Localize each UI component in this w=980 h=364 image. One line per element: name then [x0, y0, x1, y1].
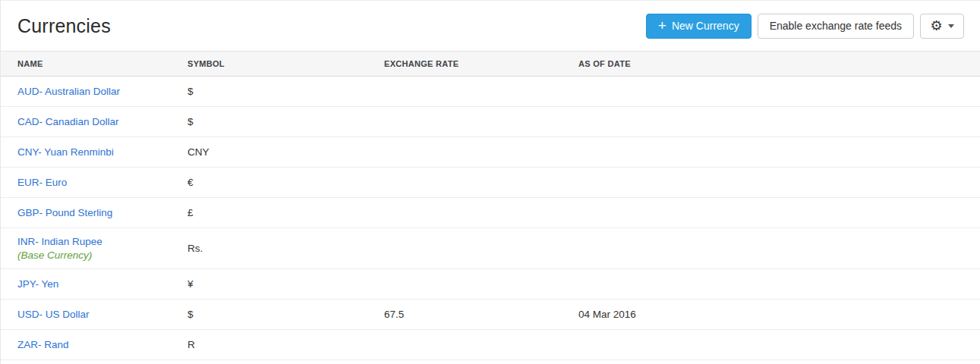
column-header-as-of-date: AS OF DATE	[578, 52, 980, 77]
exchange-rate	[384, 77, 578, 107]
base-currency-note: (Base Currency)	[17, 249, 187, 261]
currency-symbol: $	[187, 77, 384, 107]
column-header-name: NAME	[1, 52, 187, 77]
currency-name-link[interactable]: CNY- Yuan Renminbi	[17, 146, 114, 158]
table-header: NAME SYMBOL EXCHANGE RATE AS OF DATE	[1, 52, 980, 77]
new-currency-button-label: New Currency	[672, 20, 739, 32]
exchange-rate	[384, 137, 578, 168]
exchange-rate: 67.5	[384, 300, 578, 330]
as-of-date	[578, 330, 980, 360]
table-row: USD- US Dollar $ 67.5 04 Mar 2016	[1, 300, 980, 330]
currency-symbol: €	[187, 168, 384, 198]
currency-symbol: $	[187, 300, 384, 330]
currency-name-link[interactable]: USD- US Dollar	[17, 309, 90, 320]
table-row: AUD- Australian Dollar $	[1, 77, 980, 107]
currency-symbol: Rs.	[187, 228, 384, 269]
table-row: EUR- Euro €	[1, 168, 980, 198]
currency-name-link[interactable]: GBP- Pound Sterling	[17, 207, 112, 218]
as-of-date	[578, 228, 980, 269]
currency-symbol: CNY	[187, 137, 384, 168]
currency-name-link[interactable]: JPY- Yen	[17, 278, 58, 290]
currency-name-link[interactable]: AUD- Australian Dollar	[17, 86, 120, 97]
exchange-rate	[384, 168, 578, 198]
table-row-base-currency: INR- Indian Rupee(Base Currency) Rs.	[1, 228, 980, 269]
currency-name-link[interactable]: CAD- Canadian Dollar	[17, 116, 119, 127]
settings-dropdown-button[interactable]: ⚙	[920, 14, 964, 39]
toolbar: + New Currency Enable exchange rate feed…	[646, 14, 964, 39]
currency-symbol: $	[187, 107, 384, 137]
as-of-date	[578, 107, 980, 137]
currency-symbol: ¥	[187, 269, 384, 300]
currency-name-link[interactable]: EUR- Euro	[17, 177, 67, 188]
table-row: CAD- Canadian Dollar $	[1, 107, 980, 137]
as-of-date	[578, 168, 980, 198]
exchange-rate	[384, 107, 578, 137]
caret-down-icon	[948, 24, 954, 28]
table-row: JPY- Yen ¥	[1, 269, 980, 300]
plus-icon: +	[658, 18, 666, 33]
exchange-rate	[384, 228, 578, 269]
exchange-rate	[384, 330, 578, 360]
column-header-symbol: SYMBOL	[187, 52, 384, 77]
as-of-date	[578, 198, 980, 228]
as-of-date	[578, 77, 980, 107]
enable-exchange-rate-feeds-button[interactable]: Enable exchange rate feeds	[758, 14, 914, 39]
as-of-date	[578, 137, 980, 168]
new-currency-button[interactable]: + New Currency	[646, 14, 752, 39]
gear-icon: ⚙	[930, 19, 942, 33]
currency-name-link[interactable]: ZAR- Rand	[17, 339, 69, 350]
currency-name-link[interactable]: INR- Indian Rupee	[17, 236, 102, 247]
table-row: GBP- Pound Sterling £	[1, 198, 980, 228]
table-row: CNY- Yuan Renminbi CNY	[1, 137, 980, 168]
column-header-exchange-rate: EXCHANGE RATE	[384, 52, 578, 77]
exchange-rate	[384, 198, 578, 228]
page-title: Currencies	[17, 15, 111, 37]
currency-symbol: £	[187, 198, 384, 228]
currencies-table: NAME SYMBOL EXCHANGE RATE AS OF DATE AUD…	[1, 51, 980, 360]
currency-symbol: R	[187, 330, 384, 360]
exchange-rate	[384, 269, 578, 300]
as-of-date	[578, 269, 980, 300]
as-of-date: 04 Mar 2016	[578, 300, 980, 330]
page-header: Currencies + New Currency Enable exchang…	[1, 1, 980, 51]
table-row: ZAR- Rand R	[1, 330, 980, 360]
